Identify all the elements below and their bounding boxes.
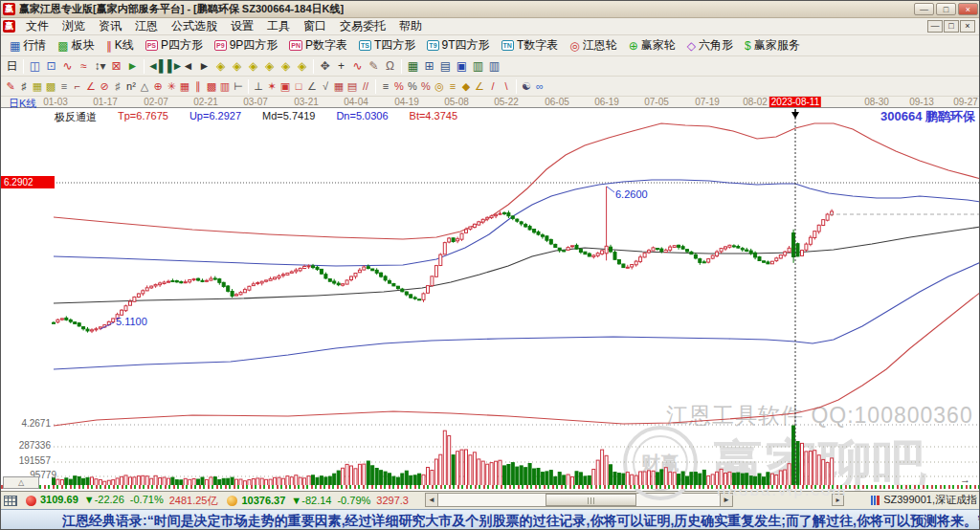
percent-levels-icon[interactable]: %: [419, 78, 433, 95]
red-panel-icon[interactable]: ▥: [218, 78, 232, 95]
filled-box-icon[interactable]: ▣: [278, 78, 292, 95]
mdi-restore-button[interactable]: □: [944, 20, 959, 33]
quote-grid-icon[interactable]: [4, 496, 17, 506]
panel-icon[interactable]: ⊡: [43, 58, 59, 75]
flag-lines-icon[interactable]: ⌐: [71, 78, 84, 95]
prev-bar-button[interactable]: ◄: [180, 58, 196, 75]
panel-collapse-button[interactable]: △: [3, 476, 39, 489]
toolbar-button-9t-square[interactable]: T99T四方形: [421, 36, 495, 55]
hatch-icon[interactable]: //: [359, 78, 372, 95]
playback-icon[interactable]: ►: [124, 58, 141, 75]
scrollbar-left-arrow[interactable]: ◄: [425, 493, 438, 507]
crosshair-tool-icon[interactable]: +: [333, 58, 349, 75]
gold-angle-icon[interactable]: ∠: [473, 78, 486, 95]
toolbar-button-quotes[interactable]: ▦行情: [4, 36, 52, 55]
menu-item-6[interactable]: 工具: [260, 18, 297, 34]
menu-item-2[interactable]: 资讯: [92, 18, 128, 34]
menu-item-5[interactable]: 设置: [224, 18, 260, 34]
mind-icon[interactable]: Ω: [382, 58, 398, 75]
edit-note-icon[interactable]: ✎: [366, 58, 382, 75]
rail-lines-icon[interactable]: ≡: [57, 78, 71, 95]
toolbar-button-sectors[interactable]: ▩板块: [52, 36, 100, 55]
menu-item-1[interactable]: 浏览: [56, 18, 92, 34]
close-button[interactable]: ×: [958, 3, 978, 15]
toolbar-button-t-square[interactable]: TST四方形: [353, 36, 421, 55]
gann-shift-left-icon[interactable]: ◈: [212, 58, 229, 75]
menu-item-8[interactable]: 交易委托: [333, 18, 392, 34]
calendar-icon[interactable]: ▦: [405, 58, 421, 75]
zigzag-tool-icon[interactable]: ∿: [349, 58, 366, 75]
scrollbar-thumb[interactable]: [546, 494, 636, 506]
toolbar-button-kline[interactable]: ∥K线: [100, 36, 140, 55]
toolbar-button-winner-wheel[interactable]: ⊕赢家轮: [623, 36, 681, 55]
gann-lock-icon[interactable]: ◈: [294, 58, 310, 75]
printer2-icon[interactable]: ▥: [486, 58, 502, 75]
steep-line-icon[interactable]: /: [486, 78, 500, 95]
titlebar[interactable]: 赢 赢家江恩专业版[赢家内部服务平台] - [鹏鹞环保 SZ300664-184…: [1, 1, 980, 18]
red-grid-icon[interactable]: ▦: [178, 78, 191, 95]
tsquare-icon[interactable]: ⊥: [252, 78, 265, 95]
mesh-icon[interactable]: ▦: [332, 78, 345, 95]
gann-box-yellow-icon[interactable]: ▦: [31, 78, 44, 95]
gann-shift-right-icon[interactable]: ◈: [229, 58, 245, 75]
toolbar-button-gann-wheel[interactable]: ◎江恩轮: [564, 36, 622, 55]
wave-large-icon[interactable]: ≈: [76, 58, 92, 75]
comb-grid-icon[interactable]: ♯: [17, 78, 31, 95]
infinity-icon[interactable]: ∞: [533, 78, 546, 95]
toolbar-button-hexagon[interactable]: ◇六角形: [681, 36, 739, 55]
percent-fan-icon[interactable]: %: [392, 78, 406, 95]
printer-icon[interactable]: ▥: [470, 58, 486, 75]
menu-item-9[interactable]: 帮助: [392, 18, 429, 34]
n-square-icon[interactable]: n²: [124, 78, 138, 95]
mdi-close-button[interactable]: ×: [960, 20, 975, 33]
toolbar-button-t-table[interactable]: TNT数字表: [496, 36, 565, 55]
bracket-icon[interactable]: ⊢: [232, 78, 245, 95]
toolbar-button-p-square[interactable]: PSP四方形: [140, 36, 209, 55]
gann-compress-icon[interactable]: ◈: [261, 58, 278, 75]
golden-levels-icon[interactable]: ≡: [446, 78, 459, 95]
gann-box-yellow2-icon[interactable]: ▩: [44, 78, 57, 95]
save-icon[interactable]: ▣: [454, 58, 470, 75]
restore-button[interactable]: □: [936, 3, 956, 15]
target-icon[interactable]: ⊕: [151, 78, 165, 95]
circle-arc-icon[interactable]: ⊘: [98, 78, 111, 95]
yinyang-icon[interactable]: ☯: [520, 78, 533, 95]
toolbar-button-p-table[interactable]: PNP数字表: [283, 36, 353, 55]
period-day-dropdown[interactable]: 日▾: [4, 58, 20, 75]
gann-center-icon[interactable]: ◈: [278, 58, 294, 75]
scroll-right-arrow-icon[interactable]: →: [960, 475, 970, 484]
menu-item-4[interactable]: 公式选股: [165, 18, 224, 34]
golden-circle-icon[interactable]: ◎: [433, 78, 446, 95]
angle-tool-icon[interactable]: ∠: [305, 78, 319, 95]
first-bar-button[interactable]: ◄▌: [147, 58, 164, 75]
gann-expand-icon[interactable]: ◈: [245, 58, 261, 75]
red-square-icon[interactable]: ▩: [205, 78, 218, 95]
last-bar-button[interactable]: ▐►: [164, 58, 180, 75]
calculator-icon[interactable]: ⊞: [421, 58, 437, 75]
toolbar-button-winner-service[interactable]: $赢家服务: [739, 36, 806, 55]
toolbar-button-9p-square[interactable]: P99P四方形: [209, 36, 283, 55]
minimize-button[interactable]: —: [914, 3, 934, 15]
hand-tool-icon[interactable]: ✥: [317, 58, 333, 75]
menu-item-3[interactable]: 江恩: [128, 18, 165, 34]
kline-color-icon[interactable]: ⊠: [108, 58, 124, 75]
menu-item-7[interactable]: 窗口: [297, 18, 333, 34]
mdi-minimize-button[interactable]: —: [927, 20, 943, 33]
zoom-chart-icon[interactable]: ◫: [27, 58, 43, 75]
menu-item-0[interactable]: 文件: [19, 18, 56, 34]
percent-icon[interactable]: %: [406, 78, 419, 95]
wave-small-icon[interactable]: ∿: [59, 58, 76, 75]
fan-tool-icon[interactable]: ∠: [84, 78, 98, 95]
compass-icon[interactable]: △: [138, 78, 151, 95]
pencil-tool-icon[interactable]: ✎: [4, 78, 17, 95]
fence-icon[interactable]: ≡: [379, 78, 392, 95]
decline-line-icon[interactable]: \: [500, 78, 513, 95]
next-bar-button[interactable]: ►: [196, 58, 212, 75]
vee-lines-icon[interactable]: √: [319, 78, 332, 95]
rays-icon[interactable]: ✶: [265, 78, 278, 95]
mesh2-icon[interactable]: ▤: [345, 78, 359, 95]
slider-dropdown[interactable]: ↕▾: [92, 58, 108, 75]
comb2-icon[interactable]: ♯: [111, 78, 124, 95]
burst-icon[interactable]: ✳: [165, 78, 178, 95]
chart-scrollbar[interactable]: ◄ ►: [425, 493, 733, 507]
